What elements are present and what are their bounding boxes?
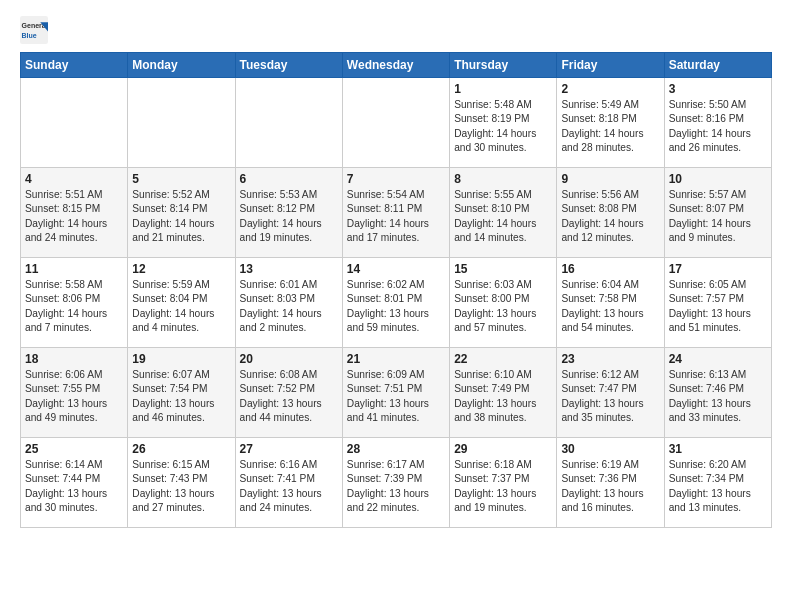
day-cell: 11Sunrise: 5:58 AMSunset: 8:06 PMDayligh… bbox=[21, 258, 128, 348]
day-info: Sunrise: 6:08 AMSunset: 7:52 PMDaylight:… bbox=[240, 368, 338, 425]
day-info: Sunrise: 5:53 AMSunset: 8:12 PMDaylight:… bbox=[240, 188, 338, 245]
day-info: Sunrise: 5:58 AMSunset: 8:06 PMDaylight:… bbox=[25, 278, 123, 335]
day-number: 28 bbox=[347, 442, 445, 456]
day-info: Sunrise: 5:56 AMSunset: 8:08 PMDaylight:… bbox=[561, 188, 659, 245]
day-cell bbox=[21, 78, 128, 168]
day-number: 9 bbox=[561, 172, 659, 186]
day-info: Sunrise: 6:14 AMSunset: 7:44 PMDaylight:… bbox=[25, 458, 123, 515]
day-cell: 14Sunrise: 6:02 AMSunset: 8:01 PMDayligh… bbox=[342, 258, 449, 348]
day-cell: 17Sunrise: 6:05 AMSunset: 7:57 PMDayligh… bbox=[664, 258, 771, 348]
header-saturday: Saturday bbox=[664, 53, 771, 78]
day-info: Sunrise: 6:03 AMSunset: 8:00 PMDaylight:… bbox=[454, 278, 552, 335]
day-cell: 12Sunrise: 5:59 AMSunset: 8:04 PMDayligh… bbox=[128, 258, 235, 348]
day-number: 20 bbox=[240, 352, 338, 366]
day-cell: 13Sunrise: 6:01 AMSunset: 8:03 PMDayligh… bbox=[235, 258, 342, 348]
header-wednesday: Wednesday bbox=[342, 53, 449, 78]
day-cell: 15Sunrise: 6:03 AMSunset: 8:00 PMDayligh… bbox=[450, 258, 557, 348]
day-info: Sunrise: 6:15 AMSunset: 7:43 PMDaylight:… bbox=[132, 458, 230, 515]
day-number: 14 bbox=[347, 262, 445, 276]
svg-rect-0 bbox=[20, 16, 48, 44]
day-info: Sunrise: 6:17 AMSunset: 7:39 PMDaylight:… bbox=[347, 458, 445, 515]
day-cell: 4Sunrise: 5:51 AMSunset: 8:15 PMDaylight… bbox=[21, 168, 128, 258]
day-number: 25 bbox=[25, 442, 123, 456]
day-info: Sunrise: 6:12 AMSunset: 7:47 PMDaylight:… bbox=[561, 368, 659, 425]
day-cell bbox=[342, 78, 449, 168]
day-info: Sunrise: 5:59 AMSunset: 8:04 PMDaylight:… bbox=[132, 278, 230, 335]
day-cell: 19Sunrise: 6:07 AMSunset: 7:54 PMDayligh… bbox=[128, 348, 235, 438]
day-info: Sunrise: 6:20 AMSunset: 7:34 PMDaylight:… bbox=[669, 458, 767, 515]
header-friday: Friday bbox=[557, 53, 664, 78]
day-number: 13 bbox=[240, 262, 338, 276]
day-number: 10 bbox=[669, 172, 767, 186]
day-info: Sunrise: 6:13 AMSunset: 7:46 PMDaylight:… bbox=[669, 368, 767, 425]
day-number: 17 bbox=[669, 262, 767, 276]
day-cell: 2Sunrise: 5:49 AMSunset: 8:18 PMDaylight… bbox=[557, 78, 664, 168]
day-number: 16 bbox=[561, 262, 659, 276]
header-row: SundayMondayTuesdayWednesdayThursdayFrid… bbox=[21, 53, 772, 78]
day-number: 24 bbox=[669, 352, 767, 366]
header-monday: Monday bbox=[128, 53, 235, 78]
day-number: 4 bbox=[25, 172, 123, 186]
day-cell: 21Sunrise: 6:09 AMSunset: 7:51 PMDayligh… bbox=[342, 348, 449, 438]
day-cell: 7Sunrise: 5:54 AMSunset: 8:11 PMDaylight… bbox=[342, 168, 449, 258]
day-cell: 18Sunrise: 6:06 AMSunset: 7:55 PMDayligh… bbox=[21, 348, 128, 438]
day-cell: 24Sunrise: 6:13 AMSunset: 7:46 PMDayligh… bbox=[664, 348, 771, 438]
logo-icon: General Blue bbox=[20, 16, 48, 44]
day-info: Sunrise: 6:01 AMSunset: 8:03 PMDaylight:… bbox=[240, 278, 338, 335]
week-row-3: 11Sunrise: 5:58 AMSunset: 8:06 PMDayligh… bbox=[21, 258, 772, 348]
day-info: Sunrise: 5:48 AMSunset: 8:19 PMDaylight:… bbox=[454, 98, 552, 155]
week-row-4: 18Sunrise: 6:06 AMSunset: 7:55 PMDayligh… bbox=[21, 348, 772, 438]
day-info: Sunrise: 5:54 AMSunset: 8:11 PMDaylight:… bbox=[347, 188, 445, 245]
day-cell: 23Sunrise: 6:12 AMSunset: 7:47 PMDayligh… bbox=[557, 348, 664, 438]
day-cell: 20Sunrise: 6:08 AMSunset: 7:52 PMDayligh… bbox=[235, 348, 342, 438]
day-info: Sunrise: 6:09 AMSunset: 7:51 PMDaylight:… bbox=[347, 368, 445, 425]
logo: General Blue bbox=[20, 16, 52, 44]
day-number: 27 bbox=[240, 442, 338, 456]
day-cell: 30Sunrise: 6:19 AMSunset: 7:36 PMDayligh… bbox=[557, 438, 664, 528]
week-row-2: 4Sunrise: 5:51 AMSunset: 8:15 PMDaylight… bbox=[21, 168, 772, 258]
calendar-table: SundayMondayTuesdayWednesdayThursdayFrid… bbox=[20, 52, 772, 528]
day-number: 22 bbox=[454, 352, 552, 366]
day-number: 3 bbox=[669, 82, 767, 96]
day-number: 26 bbox=[132, 442, 230, 456]
day-info: Sunrise: 6:02 AMSunset: 8:01 PMDaylight:… bbox=[347, 278, 445, 335]
day-number: 6 bbox=[240, 172, 338, 186]
day-info: Sunrise: 6:16 AMSunset: 7:41 PMDaylight:… bbox=[240, 458, 338, 515]
day-number: 15 bbox=[454, 262, 552, 276]
day-cell bbox=[128, 78, 235, 168]
day-cell: 22Sunrise: 6:10 AMSunset: 7:49 PMDayligh… bbox=[450, 348, 557, 438]
day-info: Sunrise: 6:06 AMSunset: 7:55 PMDaylight:… bbox=[25, 368, 123, 425]
day-number: 5 bbox=[132, 172, 230, 186]
day-cell: 28Sunrise: 6:17 AMSunset: 7:39 PMDayligh… bbox=[342, 438, 449, 528]
day-cell: 8Sunrise: 5:55 AMSunset: 8:10 PMDaylight… bbox=[450, 168, 557, 258]
day-number: 29 bbox=[454, 442, 552, 456]
week-row-1: 1Sunrise: 5:48 AMSunset: 8:19 PMDaylight… bbox=[21, 78, 772, 168]
day-number: 11 bbox=[25, 262, 123, 276]
day-cell: 31Sunrise: 6:20 AMSunset: 7:34 PMDayligh… bbox=[664, 438, 771, 528]
day-cell: 5Sunrise: 5:52 AMSunset: 8:14 PMDaylight… bbox=[128, 168, 235, 258]
day-cell: 9Sunrise: 5:56 AMSunset: 8:08 PMDaylight… bbox=[557, 168, 664, 258]
day-cell bbox=[235, 78, 342, 168]
day-number: 19 bbox=[132, 352, 230, 366]
day-number: 31 bbox=[669, 442, 767, 456]
day-cell: 16Sunrise: 6:04 AMSunset: 7:58 PMDayligh… bbox=[557, 258, 664, 348]
day-info: Sunrise: 6:04 AMSunset: 7:58 PMDaylight:… bbox=[561, 278, 659, 335]
header-sunday: Sunday bbox=[21, 53, 128, 78]
day-cell: 3Sunrise: 5:50 AMSunset: 8:16 PMDaylight… bbox=[664, 78, 771, 168]
day-cell: 1Sunrise: 5:48 AMSunset: 8:19 PMDaylight… bbox=[450, 78, 557, 168]
day-info: Sunrise: 5:51 AMSunset: 8:15 PMDaylight:… bbox=[25, 188, 123, 245]
day-info: Sunrise: 5:52 AMSunset: 8:14 PMDaylight:… bbox=[132, 188, 230, 245]
calendar-header: General Blue bbox=[20, 16, 772, 44]
day-number: 2 bbox=[561, 82, 659, 96]
day-info: Sunrise: 6:10 AMSunset: 7:49 PMDaylight:… bbox=[454, 368, 552, 425]
day-number: 7 bbox=[347, 172, 445, 186]
day-number: 8 bbox=[454, 172, 552, 186]
day-info: Sunrise: 6:05 AMSunset: 7:57 PMDaylight:… bbox=[669, 278, 767, 335]
day-cell: 27Sunrise: 6:16 AMSunset: 7:41 PMDayligh… bbox=[235, 438, 342, 528]
day-info: Sunrise: 6:18 AMSunset: 7:37 PMDaylight:… bbox=[454, 458, 552, 515]
header-thursday: Thursday bbox=[450, 53, 557, 78]
day-info: Sunrise: 5:57 AMSunset: 8:07 PMDaylight:… bbox=[669, 188, 767, 245]
day-number: 1 bbox=[454, 82, 552, 96]
day-cell: 10Sunrise: 5:57 AMSunset: 8:07 PMDayligh… bbox=[664, 168, 771, 258]
day-cell: 6Sunrise: 5:53 AMSunset: 8:12 PMDaylight… bbox=[235, 168, 342, 258]
